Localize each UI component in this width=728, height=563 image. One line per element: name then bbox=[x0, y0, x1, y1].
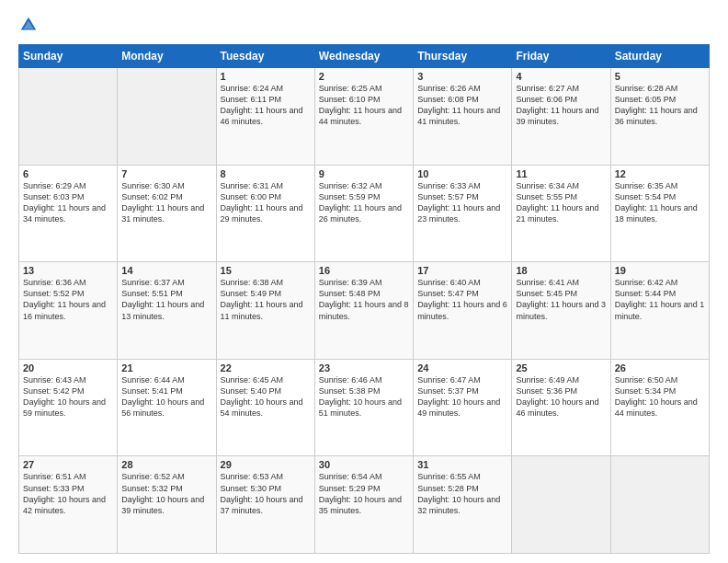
day-number: 22 bbox=[221, 362, 311, 373]
calendar-week-row: 20Sunrise: 6:43 AMSunset: 5:42 PMDayligh… bbox=[19, 359, 710, 456]
day-info: Sunrise: 6:44 AMSunset: 5:41 PMDaylight:… bbox=[121, 374, 211, 419]
day-number: 9 bbox=[319, 168, 409, 179]
day-info: Sunrise: 6:27 AMSunset: 6:06 PMDaylight:… bbox=[516, 83, 606, 128]
day-info: Sunrise: 6:30 AMSunset: 6:02 PMDaylight:… bbox=[121, 180, 211, 225]
day-number: 21 bbox=[121, 362, 211, 373]
calendar-cell: 5Sunrise: 6:28 AMSunset: 6:05 PMDaylight… bbox=[610, 68, 709, 166]
day-number: 16 bbox=[319, 265, 409, 276]
calendar-cell: 23Sunrise: 6:46 AMSunset: 5:38 PMDayligh… bbox=[314, 359, 413, 456]
day-number: 4 bbox=[516, 71, 606, 82]
day-number: 28 bbox=[121, 459, 211, 470]
day-info: Sunrise: 6:49 AMSunset: 5:36 PMDaylight:… bbox=[516, 374, 606, 419]
day-info: Sunrise: 6:54 AMSunset: 5:29 PMDaylight:… bbox=[319, 471, 409, 516]
calendar-cell: 7Sunrise: 6:30 AMSunset: 6:02 PMDaylight… bbox=[118, 165, 216, 262]
day-number: 29 bbox=[221, 459, 311, 470]
calendar-cell: 21Sunrise: 6:44 AMSunset: 5:41 PMDayligh… bbox=[118, 359, 216, 456]
calendar-cell: 24Sunrise: 6:47 AMSunset: 5:37 PMDayligh… bbox=[414, 359, 512, 456]
day-number: 25 bbox=[516, 362, 606, 373]
day-number: 3 bbox=[417, 71, 507, 82]
calendar-table: SundayMondayTuesdayWednesdayThursdayFrid… bbox=[18, 44, 710, 554]
calendar-cell: 25Sunrise: 6:49 AMSunset: 5:36 PMDayligh… bbox=[512, 359, 610, 456]
day-info: Sunrise: 6:37 AMSunset: 5:51 PMDaylight:… bbox=[121, 277, 211, 322]
page: SundayMondayTuesdayWednesdayThursdayFrid… bbox=[0, 0, 728, 563]
day-number: 2 bbox=[319, 71, 409, 82]
calendar-cell: 11Sunrise: 6:34 AMSunset: 5:55 PMDayligh… bbox=[512, 165, 610, 262]
day-of-week-header: Wednesday bbox=[314, 45, 413, 68]
calendar-cell: 30Sunrise: 6:54 AMSunset: 5:29 PMDayligh… bbox=[314, 456, 413, 554]
calendar-cell: 14Sunrise: 6:37 AMSunset: 5:51 PMDayligh… bbox=[118, 262, 216, 360]
calendar-cell: 6Sunrise: 6:29 AMSunset: 6:03 PMDaylight… bbox=[19, 165, 118, 262]
day-number: 13 bbox=[23, 265, 113, 276]
day-info: Sunrise: 6:51 AMSunset: 5:33 PMDaylight:… bbox=[23, 471, 113, 516]
day-number: 8 bbox=[221, 168, 311, 179]
day-number: 18 bbox=[516, 265, 606, 276]
calendar-cell bbox=[19, 68, 118, 166]
day-number: 20 bbox=[23, 362, 113, 373]
day-number: 23 bbox=[319, 362, 409, 373]
day-of-week-header: Friday bbox=[512, 45, 610, 68]
day-info: Sunrise: 6:25 AMSunset: 6:10 PMDaylight:… bbox=[319, 83, 409, 128]
day-number: 26 bbox=[615, 362, 705, 373]
day-number: 1 bbox=[221, 71, 311, 82]
day-info: Sunrise: 6:40 AMSunset: 5:47 PMDaylight:… bbox=[417, 277, 507, 322]
day-info: Sunrise: 6:45 AMSunset: 5:40 PMDaylight:… bbox=[221, 374, 311, 419]
day-info: Sunrise: 6:43 AMSunset: 5:42 PMDaylight:… bbox=[23, 374, 113, 419]
day-info: Sunrise: 6:46 AMSunset: 5:38 PMDaylight:… bbox=[319, 374, 409, 419]
calendar-cell: 19Sunrise: 6:42 AMSunset: 5:44 PMDayligh… bbox=[610, 262, 709, 360]
day-of-week-header: Thursday bbox=[414, 45, 512, 68]
day-info: Sunrise: 6:35 AMSunset: 5:54 PMDaylight:… bbox=[615, 180, 705, 225]
calendar-cell: 8Sunrise: 6:31 AMSunset: 6:00 PMDaylight… bbox=[216, 165, 314, 262]
calendar-cell: 3Sunrise: 6:26 AMSunset: 6:08 PMDaylight… bbox=[414, 68, 512, 166]
calendar-cell: 12Sunrise: 6:35 AMSunset: 5:54 PMDayligh… bbox=[610, 165, 709, 262]
day-number: 17 bbox=[417, 265, 507, 276]
day-info: Sunrise: 6:52 AMSunset: 5:32 PMDaylight:… bbox=[121, 471, 211, 516]
calendar-cell: 15Sunrise: 6:38 AMSunset: 5:49 PMDayligh… bbox=[216, 262, 314, 360]
day-number: 6 bbox=[23, 168, 113, 179]
day-info: Sunrise: 6:53 AMSunset: 5:30 PMDaylight:… bbox=[221, 471, 311, 516]
day-number: 24 bbox=[417, 362, 507, 373]
calendar-cell: 2Sunrise: 6:25 AMSunset: 6:10 PMDaylight… bbox=[314, 68, 413, 166]
calendar-week-row: 6Sunrise: 6:29 AMSunset: 6:03 PMDaylight… bbox=[19, 165, 710, 262]
day-info: Sunrise: 6:41 AMSunset: 5:45 PMDaylight:… bbox=[516, 277, 606, 322]
day-number: 10 bbox=[417, 168, 507, 179]
calendar-cell: 28Sunrise: 6:52 AMSunset: 5:32 PMDayligh… bbox=[118, 456, 216, 554]
day-info: Sunrise: 6:26 AMSunset: 6:08 PMDaylight:… bbox=[417, 83, 507, 128]
day-number: 19 bbox=[615, 265, 705, 276]
day-info: Sunrise: 6:50 AMSunset: 5:34 PMDaylight:… bbox=[615, 374, 705, 419]
day-info: Sunrise: 6:28 AMSunset: 6:05 PMDaylight:… bbox=[615, 83, 705, 128]
calendar-cell: 27Sunrise: 6:51 AMSunset: 5:33 PMDayligh… bbox=[19, 456, 118, 554]
day-info: Sunrise: 6:24 AMSunset: 6:11 PMDaylight:… bbox=[221, 83, 311, 128]
day-info: Sunrise: 6:31 AMSunset: 6:00 PMDaylight:… bbox=[221, 180, 311, 225]
calendar-cell: 29Sunrise: 6:53 AMSunset: 5:30 PMDayligh… bbox=[216, 456, 314, 554]
calendar-cell: 9Sunrise: 6:32 AMSunset: 5:59 PMDaylight… bbox=[314, 165, 413, 262]
calendar-cell bbox=[610, 456, 709, 554]
calendar-cell bbox=[118, 68, 216, 166]
day-info: Sunrise: 6:33 AMSunset: 5:57 PMDaylight:… bbox=[417, 180, 507, 225]
calendar-week-row: 13Sunrise: 6:36 AMSunset: 5:52 PMDayligh… bbox=[19, 262, 710, 360]
calendar-cell: 22Sunrise: 6:45 AMSunset: 5:40 PMDayligh… bbox=[216, 359, 314, 456]
day-number: 31 bbox=[417, 459, 507, 470]
logo-icon bbox=[18, 15, 39, 35]
calendar-week-row: 27Sunrise: 6:51 AMSunset: 5:33 PMDayligh… bbox=[19, 456, 710, 554]
day-info: Sunrise: 6:38 AMSunset: 5:49 PMDaylight:… bbox=[221, 277, 311, 322]
logo bbox=[18, 15, 40, 35]
day-number: 30 bbox=[319, 459, 409, 470]
calendar-cell: 31Sunrise: 6:55 AMSunset: 5:28 PMDayligh… bbox=[414, 456, 512, 554]
day-number: 15 bbox=[221, 265, 311, 276]
calendar-cell: 26Sunrise: 6:50 AMSunset: 5:34 PMDayligh… bbox=[610, 359, 709, 456]
day-info: Sunrise: 6:47 AMSunset: 5:37 PMDaylight:… bbox=[417, 374, 507, 419]
header bbox=[18, 15, 710, 35]
day-of-week-header: Tuesday bbox=[216, 45, 314, 68]
day-of-week-header: Sunday bbox=[19, 45, 118, 68]
calendar-cell: 16Sunrise: 6:39 AMSunset: 5:48 PMDayligh… bbox=[314, 262, 413, 360]
day-info: Sunrise: 6:34 AMSunset: 5:55 PMDaylight:… bbox=[516, 180, 606, 225]
calendar-cell: 1Sunrise: 6:24 AMSunset: 6:11 PMDaylight… bbox=[216, 68, 314, 166]
day-of-week-header: Saturday bbox=[610, 45, 709, 68]
calendar-header-row: SundayMondayTuesdayWednesdayThursdayFrid… bbox=[19, 45, 710, 68]
day-info: Sunrise: 6:55 AMSunset: 5:28 PMDaylight:… bbox=[417, 471, 507, 516]
day-number: 5 bbox=[615, 71, 705, 82]
calendar-cell bbox=[512, 456, 610, 554]
calendar-cell: 20Sunrise: 6:43 AMSunset: 5:42 PMDayligh… bbox=[19, 359, 118, 456]
day-of-week-header: Monday bbox=[118, 45, 216, 68]
day-info: Sunrise: 6:36 AMSunset: 5:52 PMDaylight:… bbox=[23, 277, 113, 322]
